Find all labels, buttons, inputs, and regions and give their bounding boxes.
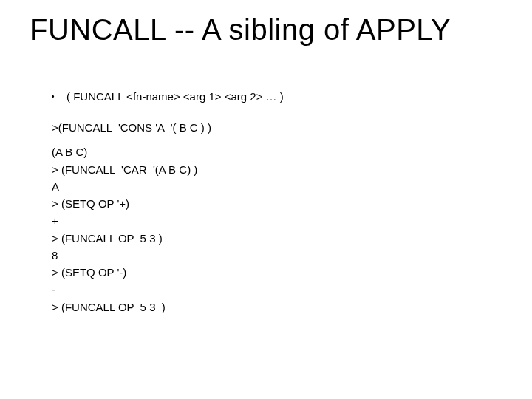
slide-title: FUNCALL -- A sibling of APPLY	[30, 13, 502, 46]
code-line: >(FUNCALL 'CONS 'A '( B C ) )	[52, 119, 502, 136]
slide: FUNCALL -- A sibling of APPLY • ( FUNCAL…	[0, 0, 532, 399]
code-line: > (FUNCALL 'CAR '(A B C) )	[52, 161, 502, 178]
bullet-dot-icon: •	[52, 92, 66, 100]
syntax-text: ( FUNCALL <fn-name> <arg 1> <arg 2> … )	[66, 90, 284, 103]
blank-line	[52, 136, 502, 143]
code-line: 8	[52, 247, 502, 264]
code-line: (A B C)	[52, 143, 502, 160]
code-line: > (FUNCALL OP 5 3 )	[52, 299, 502, 316]
code-line: > (SETQ OP '+)	[52, 195, 502, 212]
code-line: A	[52, 178, 502, 195]
code-line: > (FUNCALL OP 5 3 )	[52, 230, 502, 247]
code-line: > (SETQ OP '-)	[52, 264, 502, 281]
example-block: >(FUNCALL 'CONS 'A '( B C ) ) (A B C) > …	[52, 119, 502, 316]
syntax-bullet: • ( FUNCALL <fn-name> <arg 1> <arg 2> … …	[52, 90, 502, 103]
code-line: +	[52, 212, 502, 229]
code-line: -	[52, 281, 502, 298]
